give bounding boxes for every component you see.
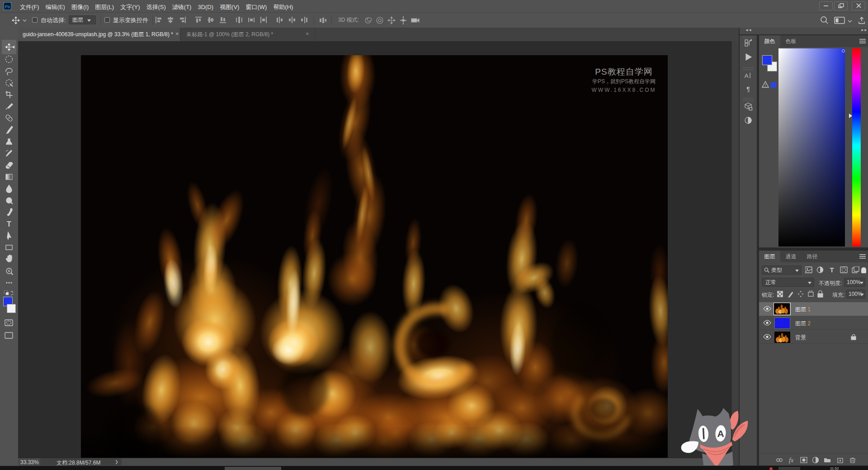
- svg-text:T: T: [7, 220, 11, 228]
- svg-text:fx: fx: [789, 457, 794, 464]
- svg-text:Ps: Ps: [5, 4, 10, 9]
- svg-text:A: A: [717, 428, 724, 439]
- svg-text:!: !: [765, 83, 766, 87]
- svg-text:¶: ¶: [746, 85, 750, 93]
- svg-text:A: A: [745, 72, 749, 79]
- svg-text:T: T: [830, 266, 834, 274]
